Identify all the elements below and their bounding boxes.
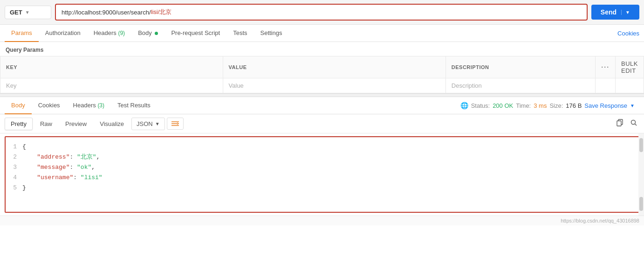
bulk-edit-button[interactable]: Bulk Edit xyxy=(621,60,638,74)
format-right-icons xyxy=(614,117,639,130)
code-line-5: } xyxy=(22,183,638,193)
format-bar: Pretty Raw Preview Visualize JSON ▼ xyxy=(0,114,644,133)
body-dot xyxy=(155,32,158,35)
tab-tests[interactable]: Tests xyxy=(226,25,253,42)
wrap-button[interactable] xyxy=(167,118,184,130)
tab-params[interactable]: Params xyxy=(5,25,39,42)
tab-pre-request[interactable]: Pre-request Script xyxy=(164,25,226,42)
url-input[interactable]: http://localhost:9000/user/search/lisi/北… xyxy=(55,4,588,21)
params-table: KEY VALUE DESCRIPTION ··· Bulk Edit Key … xyxy=(0,56,644,93)
size-label: Size: xyxy=(549,102,563,109)
col-description: DESCRIPTION xyxy=(445,56,596,78)
scroll-track-top[interactable] xyxy=(638,133,644,174)
response-tab-cookies[interactable]: Cookies xyxy=(32,97,67,114)
response-tab-body[interactable]: Body xyxy=(5,97,32,114)
tab-authorization[interactable]: Authorization xyxy=(39,25,87,42)
col-key: KEY xyxy=(0,56,223,78)
time-value: 3 ms xyxy=(534,102,547,109)
copy-icon xyxy=(616,119,623,126)
value-input-cell[interactable]: Value xyxy=(223,78,445,93)
tab-settings[interactable]: Settings xyxy=(254,25,289,42)
url-highlight: lisi/北京 xyxy=(151,8,172,16)
tab-body[interactable]: Body xyxy=(131,25,164,42)
scroll-thumb-bottom[interactable] xyxy=(639,197,643,211)
search-icon xyxy=(630,119,637,126)
code-area-container: 1 2 3 4 5 { "address": "北京", "message": … xyxy=(0,133,644,216)
preview-button[interactable]: Preview xyxy=(60,118,92,130)
time-label: Time: xyxy=(516,102,531,109)
globe-icon: 🌐 xyxy=(460,102,468,109)
query-params-label: Query Params xyxy=(0,42,644,56)
method-chevron-icon: ▼ xyxy=(25,10,30,15)
status-label: Status: xyxy=(471,102,490,109)
status-value: 200 OK xyxy=(493,102,513,109)
response-tabs-row: Body Cookies Headers (3) Test Results 🌐 … xyxy=(0,97,644,114)
scroll-thumb-top[interactable] xyxy=(639,138,643,152)
code-highlight-box: 1 2 3 4 5 { "address": "北京", "message": … xyxy=(5,136,639,213)
format-select-label: JSON xyxy=(137,120,153,127)
row-actions xyxy=(596,78,616,93)
visualize-button[interactable]: Visualize xyxy=(94,118,130,130)
resp-headers-badge: (3) xyxy=(97,102,104,109)
send-dropdown-icon: ▼ xyxy=(621,10,630,15)
headers-badge: (9) xyxy=(118,30,125,36)
response-status-bar: 🌐 Status: 200 OK Time: 3 ms Size: 176 B … xyxy=(456,102,639,109)
col-bulk-edit: Bulk Edit xyxy=(616,56,644,78)
code-lines: 1 2 3 4 5 { "address": "北京", "message": … xyxy=(6,142,638,193)
code-line-4: "username": "lisi" xyxy=(22,173,638,183)
footer-text: https://blog.csdn.net/qq_43016898 xyxy=(561,218,639,223)
method-label: GET xyxy=(10,9,22,16)
request-tabs-row: Params Authorization Headers (9) Body Pr… xyxy=(0,25,644,42)
code-line-3: "message": "ok", xyxy=(22,162,638,173)
row-bulk xyxy=(616,78,644,93)
scroll-track-bottom[interactable] xyxy=(638,174,644,216)
wrap-icon xyxy=(171,120,179,127)
search-button[interactable] xyxy=(628,117,639,130)
size-value: 176 B xyxy=(566,102,582,109)
svg-line-6 xyxy=(635,124,637,126)
raw-button[interactable]: Raw xyxy=(34,118,58,130)
table-row: Key Value Description xyxy=(0,78,644,93)
save-response-button[interactable]: Save Response xyxy=(584,102,627,109)
response-tab-headers[interactable]: Headers (3) xyxy=(67,97,111,114)
svg-point-5 xyxy=(631,120,636,125)
response-tab-test-results[interactable]: Test Results xyxy=(111,97,157,114)
send-label: Send xyxy=(601,8,621,16)
pretty-button[interactable]: Pretty xyxy=(5,118,33,130)
method-select[interactable]: GET ▼ xyxy=(5,6,51,19)
cookies-link[interactable]: Cookies xyxy=(617,25,639,42)
code-area: 1 2 3 4 5 { "address": "北京", "message": … xyxy=(6,137,638,212)
top-bar: GET ▼ http://localhost:9000/user/search/… xyxy=(0,0,644,25)
footer-bar: https://blog.csdn.net/qq_43016898 xyxy=(0,216,644,225)
code-line-2: "address": "北京", xyxy=(22,152,638,162)
more-options-icon[interactable]: ··· xyxy=(601,63,610,71)
key-input-cell[interactable]: Key xyxy=(0,78,223,93)
url-prefix: http://localhost:9000/user/search/ xyxy=(62,9,151,16)
description-input-cell[interactable]: Description xyxy=(445,78,596,93)
tab-headers[interactable]: Headers (9) xyxy=(87,25,131,42)
code-content: { "address": "北京", "message": "ok", "use… xyxy=(22,142,638,193)
svg-rect-4 xyxy=(617,121,621,126)
send-button[interactable]: Send ▼ xyxy=(591,5,639,20)
code-line-1: { xyxy=(22,142,638,152)
line-numbers: 1 2 3 4 5 xyxy=(6,142,22,193)
save-response-chevron-icon[interactable]: ▼ xyxy=(630,103,635,108)
format-select[interactable]: JSON ▼ xyxy=(131,118,165,130)
format-chevron-icon: ▼ xyxy=(155,121,160,126)
copy-button[interactable] xyxy=(614,117,625,130)
section-divider xyxy=(0,93,644,97)
col-value: VALUE xyxy=(223,56,445,78)
col-actions: ··· xyxy=(596,56,616,78)
